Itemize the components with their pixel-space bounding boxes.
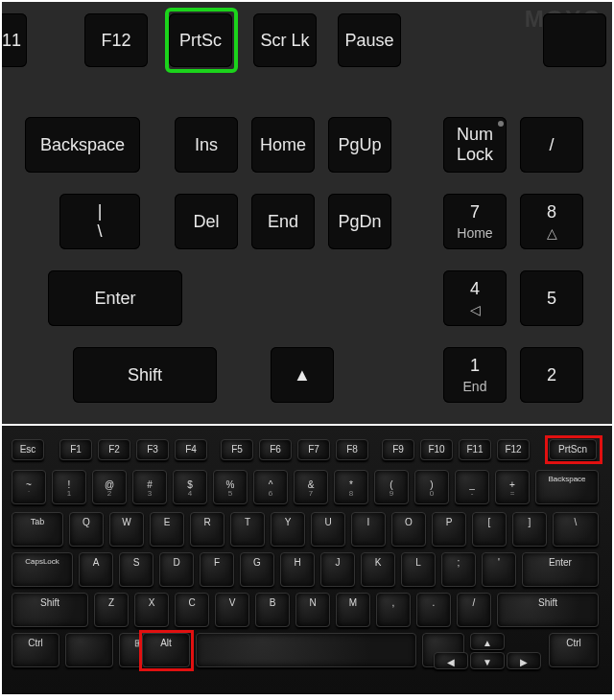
bkey-x[interactable]: X: [134, 593, 169, 627]
bkey-lbracket[interactable]: [: [472, 512, 507, 547]
bkey-left[interactable]: ◀: [434, 652, 468, 669]
bkey-o[interactable]: O: [391, 512, 426, 547]
key-ins[interactable]: Ins: [175, 117, 238, 173]
bkey-quote[interactable]: ': [482, 552, 516, 587]
key-numlock[interactable]: Num Lock: [443, 117, 507, 173]
key-f12[interactable]: F12: [84, 13, 148, 67]
key-backslash[interactable]: | \: [59, 194, 140, 249]
bkey-q[interactable]: Q: [69, 512, 104, 547]
bkey-5[interactable]: %5: [213, 470, 248, 504]
bkey-l[interactable]: L: [401, 552, 436, 587]
bkey-f2[interactable]: F2: [98, 439, 130, 460]
bkey-enter[interactable]: Enter: [522, 552, 599, 587]
bkey-8[interactable]: *8: [334, 470, 368, 504]
bkey-7[interactable]: &7: [294, 470, 328, 504]
key-shift[interactable]: Shift: [73, 347, 217, 403]
bkey-capslock[interactable]: CapsLock: [12, 552, 73, 587]
bkey-4[interactable]: $4: [173, 470, 207, 504]
bkey-comma[interactable]: ,: [376, 593, 411, 627]
bkey-f11[interactable]: F11: [459, 439, 491, 460]
bkey-j[interactable]: J: [320, 552, 355, 587]
bkey-n[interactable]: N: [295, 593, 330, 627]
key-scrlk[interactable]: Scr Lk: [253, 13, 317, 67]
key-prtsc[interactable]: PrtSc: [169, 13, 232, 67]
bkey-2[interactable]: @2: [92, 470, 127, 504]
bkey-0[interactable]: )0: [414, 470, 449, 504]
bkey-h[interactable]: H: [280, 552, 315, 587]
bkey-period[interactable]: .: [416, 593, 451, 627]
key-pgdn[interactable]: PgDn: [328, 194, 391, 249]
bkey-space[interactable]: [196, 633, 416, 667]
key-up-arrow[interactable]: ▲: [271, 347, 334, 403]
bkey-backspace[interactable]: Backspace: [535, 470, 599, 504]
key-num2[interactable]: 2: [520, 347, 583, 403]
bkey-tab[interactable]: Tab: [12, 512, 63, 547]
bkey-b[interactable]: B: [255, 593, 290, 627]
bkey-down[interactable]: ▼: [470, 652, 505, 669]
bkey-equals[interactable]: +=: [495, 470, 530, 504]
bkey-m[interactable]: M: [336, 593, 370, 627]
bkey-f3[interactable]: F3: [136, 439, 169, 460]
key-pause[interactable]: Pause: [338, 13, 401, 67]
bkey-z[interactable]: Z: [94, 593, 129, 627]
bkey-bslash[interactable]: \: [553, 512, 599, 547]
bkey-d[interactable]: D: [159, 552, 194, 587]
bkey-f6[interactable]: F6: [259, 439, 292, 460]
bkey-p[interactable]: P: [432, 512, 466, 547]
bkey-3[interactable]: #3: [132, 470, 167, 504]
key-num1[interactable]: 1 End: [443, 347, 507, 403]
bkey-t[interactable]: T: [230, 512, 265, 547]
key-backspace[interactable]: Backspace: [25, 117, 140, 173]
key-num4[interactable]: 4 ◁: [443, 270, 507, 326]
bkey-g[interactable]: G: [240, 552, 274, 587]
key-num5[interactable]: 5: [520, 270, 583, 326]
bkey-c[interactable]: C: [175, 593, 209, 627]
bkey-lshift[interactable]: Shift: [12, 593, 88, 627]
bkey-fslash[interactable]: /: [457, 593, 491, 627]
bkey-rbracket[interactable]: ]: [512, 512, 547, 547]
key-home[interactable]: Home: [251, 117, 315, 173]
bkey-a[interactable]: A: [79, 552, 113, 587]
bkey-y[interactable]: Y: [271, 512, 305, 547]
bkey-f9[interactable]: F9: [382, 439, 414, 460]
key-del[interactable]: Del: [175, 194, 238, 249]
bkey-lctrl[interactable]: Ctrl: [12, 633, 59, 667]
bkey-i[interactable]: I: [351, 512, 386, 547]
key-blank-top[interactable]: [543, 13, 606, 67]
bkey-k[interactable]: K: [361, 552, 395, 587]
bkey-f[interactable]: F: [200, 552, 234, 587]
bkey-6[interactable]: ^6: [253, 470, 288, 504]
bkey-esc[interactable]: Esc: [12, 439, 44, 460]
bkey-9[interactable]: (9: [374, 470, 409, 504]
bkey-u[interactable]: U: [311, 512, 345, 547]
bkey-1[interactable]: !1: [52, 470, 86, 504]
bkey-v[interactable]: V: [215, 593, 249, 627]
key-enter[interactable]: Enter: [48, 270, 182, 326]
key-end[interactable]: End: [251, 194, 315, 249]
bkey-semicolon[interactable]: ;: [441, 552, 476, 587]
bkey-right[interactable]: ▶: [507, 652, 541, 669]
bkey-up[interactable]: ▲: [470, 633, 505, 650]
key-num7[interactable]: 7 Home: [443, 194, 507, 249]
key-f11[interactable]: F11: [2, 13, 27, 67]
bkey-rshift[interactable]: Shift: [497, 593, 599, 627]
bkey-f5[interactable]: F5: [221, 439, 253, 460]
bkey-e[interactable]: E: [150, 512, 184, 547]
bkey-minus[interactable]: _-: [455, 470, 489, 504]
bkey-prtscn[interactable]: PrtScn: [549, 439, 597, 460]
bkey-f1[interactable]: F1: [59, 439, 92, 460]
key-pgup[interactable]: PgUp: [328, 117, 391, 173]
bkey-alt[interactable]: Alt: [142, 633, 190, 667]
bkey-fn[interactable]: [65, 633, 113, 667]
bkey-f10[interactable]: F10: [420, 439, 453, 460]
key-num-slash[interactable]: /: [520, 117, 583, 173]
bkey-f4[interactable]: F4: [175, 439, 207, 460]
key-num8[interactable]: 8 △: [520, 194, 583, 249]
bkey-f12[interactable]: F12: [497, 439, 530, 460]
bkey-w[interactable]: W: [109, 512, 144, 547]
bkey-tilde[interactable]: ~`: [12, 470, 46, 504]
bkey-s[interactable]: S: [119, 552, 154, 587]
bkey-rctrl[interactable]: Ctrl: [549, 633, 599, 667]
bkey-f7[interactable]: F7: [297, 439, 330, 460]
bkey-f8[interactable]: F8: [336, 439, 368, 460]
